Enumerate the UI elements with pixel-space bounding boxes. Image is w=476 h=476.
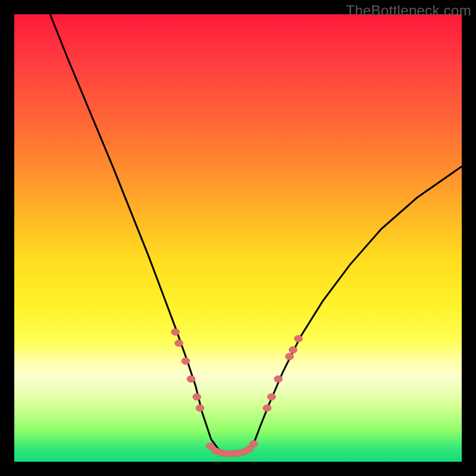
curve-marker (267, 393, 275, 400)
curve-marker (289, 346, 298, 353)
curve-marker (175, 340, 183, 346)
chart-frame: TheBottleneck.com (0, 0, 476, 476)
curve-marker (171, 328, 180, 335)
curve-marker (193, 393, 201, 400)
bottleneck-curve (50, 14, 462, 454)
watermark-text: TheBottleneck.com (346, 2, 471, 19)
curve-marker (196, 405, 204, 411)
curve-markers (171, 328, 303, 457)
curve-marker (187, 375, 195, 382)
curve-marker (263, 405, 271, 411)
plot-area (14, 14, 462, 462)
curve-marker (286, 353, 294, 360)
curve-marker (249, 440, 258, 447)
curve-marker (181, 358, 190, 364)
curve-marker (295, 335, 303, 342)
curve-marker (274, 375, 283, 382)
bottleneck-curve-svg (14, 14, 462, 462)
